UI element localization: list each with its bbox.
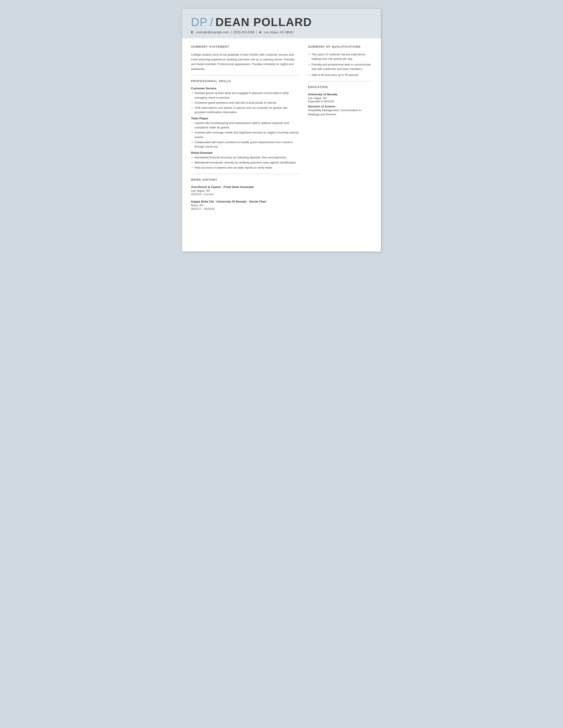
- contact-sep2: |: [256, 30, 257, 34]
- address-label: A:: [259, 30, 262, 34]
- skill-list-team: Liaised with housekeeping and maintenanc…: [191, 121, 299, 149]
- left-column: SUMMARY STATEMENT College student soon-t…: [191, 45, 299, 214]
- work-company-1: Aria Resort & Casino: [191, 185, 221, 189]
- resume-page: DP / DEAN POLLARD E: example@example.com…: [182, 9, 381, 251]
- skill-list-detail: Maintained financial accuracy by collect…: [191, 155, 299, 170]
- summary-title: SUMMARY STATEMENT: [191, 45, 299, 50]
- edu-location: Las Vegas, NV: [308, 96, 372, 100]
- education-section: EDUCATION University of Nevada Las Vegas…: [308, 85, 372, 117]
- address: Las Vegas, NV 88901: [264, 30, 294, 34]
- education-title: EDUCATION: [308, 85, 372, 90]
- qual-item-2: Friendly and professional able to commun…: [308, 62, 372, 71]
- skills-section: PROFESSIONAL SKILLS Customer Service Gre…: [191, 79, 299, 170]
- summary-section: SUMMARY STATEMENT College student soon-t…: [191, 45, 299, 71]
- right-column: SUMMARY OF QUALIFICATIONS Two years of c…: [308, 45, 372, 214]
- skill-list-customer: Greeted guests at front desk and engaged…: [191, 91, 299, 114]
- work-entry-1: Aria Resort & Casino - Front Desk Associ…: [191, 185, 299, 196]
- work-role-1: Front Desk Associate: [223, 185, 254, 189]
- contact-info: E: example@example.com | (555) 555-5555 …: [191, 30, 372, 34]
- skill-item: Collaborated with team members to handle…: [191, 140, 299, 149]
- qual-item-3: Able to lift and carry up to 50 pounds.: [308, 73, 372, 77]
- resume-header: DP / DEAN POLLARD E: example@example.com…: [182, 9, 381, 38]
- skill-item: Liaised with housekeeping and maintenanc…: [191, 121, 299, 130]
- email-label: E:: [191, 30, 194, 34]
- qual-list: Two years of customer service experience…: [308, 52, 372, 77]
- edu-expected: Expected in 05/2020: [308, 100, 372, 103]
- work-title-row-1: Aria Resort & Casino - Front Desk Associ…: [191, 185, 299, 189]
- skill-item: Took reservations over phone, in person …: [191, 106, 299, 114]
- work-dash-1: -: [222, 185, 223, 189]
- work-location-1: Las Vegas, NV: [191, 189, 299, 192]
- edu-degree-label: Bachelor of Science: [308, 105, 336, 108]
- work-entry-2: Kappa Delta Chi - University Of Nevada -…: [191, 200, 299, 210]
- email: example@example.com: [196, 30, 229, 34]
- work-location-2: Reno, NV: [191, 204, 299, 207]
- work-section: WORK HISTORY Aria Resort & Casino - Fron…: [191, 178, 299, 210]
- edu-degree: Bachelor of Science :: [308, 105, 372, 108]
- qual-item-1: Two years of customer service experience…: [308, 52, 372, 61]
- skill-item: Maintained financial accuracy by collect…: [191, 155, 299, 160]
- work-title: WORK HISTORY: [191, 178, 299, 183]
- edu-school: University of Nevada: [308, 93, 372, 96]
- phone: (555) 555-5555: [233, 30, 254, 34]
- work-dates-1: 05/2019 - Current: [191, 193, 299, 196]
- skill-item: Assisted with coverage needs and organiz…: [191, 130, 299, 139]
- full-name: DEAN POLLARD: [215, 15, 312, 29]
- initials: DP: [191, 15, 208, 29]
- edu-major: Hospitality Management; Concentration in…: [308, 108, 372, 117]
- qualifications-section: SUMMARY OF QUALIFICATIONS Two years of c…: [308, 45, 372, 77]
- skill-item: Greeted guests at front desk and engaged…: [191, 91, 299, 100]
- qualifications-title: SUMMARY OF QUALIFICATIONS: [308, 45, 372, 50]
- skill-category-customer: Customer Service: [191, 87, 299, 90]
- skills-title: PROFESSIONAL SKILLS: [191, 79, 299, 84]
- name-row: DP / DEAN POLLARD: [191, 15, 372, 29]
- edu-degree-colon: :: [336, 105, 337, 108]
- separator: /: [210, 15, 213, 29]
- work-title-row-2: Kappa Delta Chi - University Of Nevada -…: [191, 200, 299, 203]
- contact-sep1: |: [231, 30, 231, 34]
- summary-text: College student soon-to-be graduate in t…: [191, 52, 299, 71]
- resume-body: SUMMARY STATEMENT College student soon-t…: [182, 38, 381, 221]
- work-company-2: Kappa Delta Chi - University Of Nevada: [191, 200, 246, 203]
- work-dates-2: 09/2017 - 06/2018: [191, 207, 299, 210]
- work-role-2: Social Chair: [249, 200, 266, 203]
- skill-category-detail: Detail-Oriented: [191, 151, 299, 154]
- skill-item: Kept accounts in balance and ran daily r…: [191, 165, 299, 170]
- skill-category-team: Team Player: [191, 117, 299, 120]
- skill-item: Maintained transaction security by verif…: [191, 160, 299, 165]
- skill-item: Answered guest questions and referred to…: [191, 101, 299, 105]
